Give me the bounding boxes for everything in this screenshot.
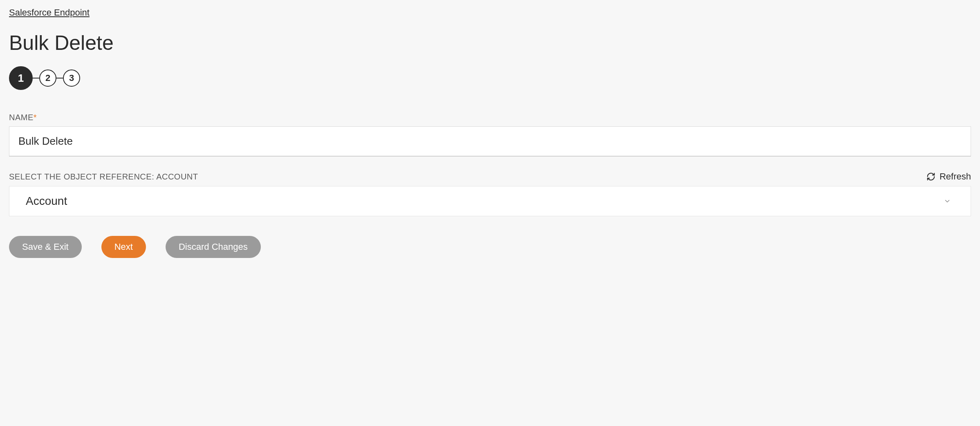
save-exit-button[interactable]: Save & Exit [9,236,82,258]
refresh-label: Refresh [940,171,971,182]
name-label-row: NAME* [9,113,971,122]
object-ref-label: SELECT THE OBJECT REFERENCE: ACCOUNT [9,172,198,182]
stepper: 1 2 3 [9,66,971,90]
required-indicator: * [34,113,37,122]
object-reference-value: Account [26,195,67,208]
step-3[interactable]: 3 [63,70,80,87]
chevron-down-icon [944,197,951,205]
page-title: Bulk Delete [9,31,971,55]
refresh-button[interactable]: Refresh [926,171,971,182]
button-row: Save & Exit Next Discard Changes [9,236,971,258]
name-label-text: NAME [9,113,34,122]
refresh-icon [926,172,935,181]
name-input[interactable] [9,126,971,157]
next-button[interactable]: Next [101,236,146,258]
step-1[interactable]: 1 [9,66,33,90]
object-ref-label-row: SELECT THE OBJECT REFERENCE: ACCOUNT Ref… [9,171,971,182]
page-container: Salesforce Endpoint Bulk Delete 1 2 3 NA… [0,0,980,274]
breadcrumb-link[interactable]: Salesforce Endpoint [9,7,90,18]
name-label: NAME* [9,113,37,122]
step-connector [33,78,39,78]
step-connector [56,78,63,78]
step-2[interactable]: 2 [39,70,56,87]
object-reference-select[interactable]: Account [9,186,971,216]
discard-changes-button[interactable]: Discard Changes [166,236,261,258]
